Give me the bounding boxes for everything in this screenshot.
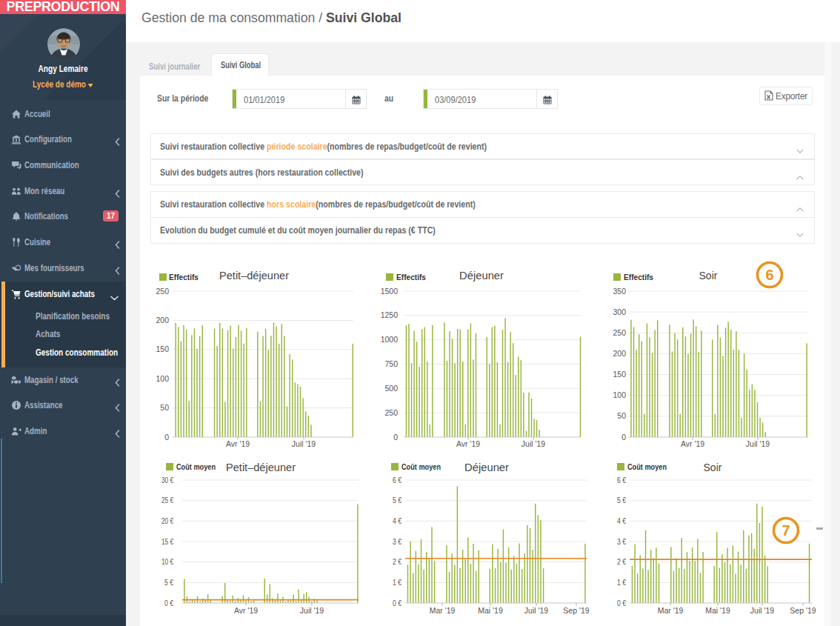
svg-text:100: 100 xyxy=(156,374,169,383)
svg-text:Avr '19: Avr '19 xyxy=(456,439,480,448)
svg-text:6: 6 xyxy=(765,267,773,283)
svg-text:4 €: 4 € xyxy=(617,516,626,525)
svg-text:7: 7 xyxy=(781,522,790,539)
svg-text:Avr '19: Avr '19 xyxy=(234,606,258,615)
svg-text:Juil '19: Juil '19 xyxy=(746,439,770,448)
svg-text:Juil '19: Juil '19 xyxy=(292,439,316,448)
svg-text:Déjeuner: Déjeuner xyxy=(459,269,504,282)
svg-text:0: 0 xyxy=(621,433,626,442)
svg-text:Petit–déjeuner: Petit–déjeuner xyxy=(226,461,296,473)
svg-text:Effectifs: Effectifs xyxy=(624,273,653,282)
svg-text:350: 350 xyxy=(613,287,626,296)
svg-text:Juil '19: Juil '19 xyxy=(300,606,324,615)
svg-text:250: 250 xyxy=(384,408,398,417)
svg-text:6 €: 6 € xyxy=(617,476,626,485)
svg-text:30 €: 30 € xyxy=(161,476,173,485)
svg-text:6 €: 6 € xyxy=(393,476,401,485)
svg-text:5 €: 5 € xyxy=(617,496,626,505)
svg-text:Avr '19: Avr '19 xyxy=(226,439,250,448)
svg-text:1000: 1000 xyxy=(381,335,399,344)
svg-text:Mai '19: Mai '19 xyxy=(478,606,503,615)
svg-text:15 €: 15 € xyxy=(161,537,173,546)
svg-text:1 €: 1 € xyxy=(617,578,626,587)
svg-text:2 €: 2 € xyxy=(617,557,626,566)
svg-text:50: 50 xyxy=(617,411,626,420)
svg-text:Coût moyen: Coût moyen xyxy=(627,462,667,471)
svg-text:2 €: 2 € xyxy=(393,557,401,566)
svg-text:500: 500 xyxy=(384,384,398,393)
svg-text:100: 100 xyxy=(613,390,626,399)
svg-text:Sep '19: Sep '19 xyxy=(790,606,816,615)
svg-text:3 €: 3 € xyxy=(393,537,401,546)
svg-text:150: 150 xyxy=(156,344,169,353)
svg-text:250: 250 xyxy=(613,328,626,337)
svg-text:50: 50 xyxy=(160,403,169,412)
svg-text:Soir: Soir xyxy=(704,461,722,473)
svg-text:Déjeuner: Déjeuner xyxy=(464,461,509,473)
svg-text:0: 0 xyxy=(164,433,169,442)
svg-text:200: 200 xyxy=(156,316,169,324)
svg-text:10 €: 10 € xyxy=(161,557,173,566)
svg-text:0 €: 0 € xyxy=(617,599,626,607)
svg-text:20 €: 20 € xyxy=(161,516,173,525)
svg-text:25 €: 25 € xyxy=(161,496,173,505)
svg-text:Mar '19: Mar '19 xyxy=(658,606,684,615)
svg-text:Avr '19: Avr '19 xyxy=(681,439,704,448)
svg-text:Effectifs: Effectifs xyxy=(169,273,199,282)
svg-text:300: 300 xyxy=(613,307,626,316)
svg-text:150: 150 xyxy=(613,370,626,379)
svg-text:Juil '19: Juil '19 xyxy=(750,606,775,615)
svg-text:Juil '19: Juil '19 xyxy=(521,439,546,448)
svg-text:Juil '19: Juil '19 xyxy=(524,606,549,615)
svg-text:Effectifs: Effectifs xyxy=(396,273,426,282)
svg-text:1250: 1250 xyxy=(381,310,399,319)
svg-text:4 €: 4 € xyxy=(393,516,401,525)
svg-text:3 €: 3 € xyxy=(617,537,626,546)
svg-text:Sep '19: Sep '19 xyxy=(563,606,589,615)
svg-text:5 €: 5 € xyxy=(164,578,173,587)
svg-text:250: 250 xyxy=(156,287,169,296)
svg-text:0 €: 0 € xyxy=(164,599,173,607)
svg-text:5 €: 5 € xyxy=(393,496,401,505)
svg-text:Mar '19: Mar '19 xyxy=(430,606,456,615)
svg-text:200: 200 xyxy=(613,349,626,358)
svg-text:Coût moyen: Coût moyen xyxy=(176,462,216,471)
svg-text:Mai '19: Mai '19 xyxy=(705,606,730,615)
svg-text:750: 750 xyxy=(384,359,398,368)
svg-text:1 €: 1 € xyxy=(393,578,401,587)
svg-text:0: 0 xyxy=(393,433,398,442)
svg-text:Petit–déjeuner: Petit–déjeuner xyxy=(219,269,289,282)
svg-text:Coût moyen: Coût moyen xyxy=(401,462,441,471)
svg-text:Soir: Soir xyxy=(699,269,718,282)
svg-text:0 €: 0 € xyxy=(393,599,401,607)
svg-text:1500: 1500 xyxy=(381,287,399,296)
